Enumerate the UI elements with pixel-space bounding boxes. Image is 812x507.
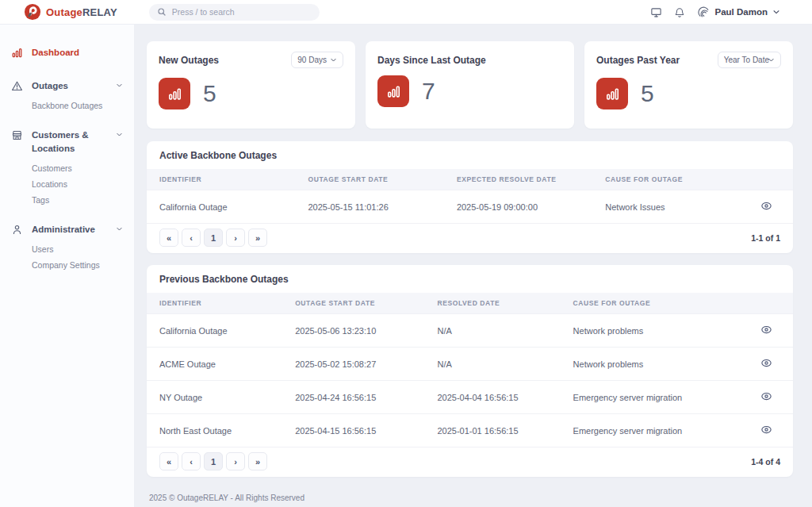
- pagination-next-button[interactable]: ›: [226, 229, 245, 247]
- previous-outages-card: Previous Backbone Outages Identifier Out…: [147, 265, 793, 477]
- column-header-resolved-date: Resolved Date: [424, 293, 560, 314]
- cell-identifier: NY Outage: [147, 381, 282, 414]
- stat-filter-dropdown[interactable]: 90 Days: [291, 52, 343, 68]
- bar-chart-icon: [377, 75, 409, 107]
- sidebar-item-label: Outages: [32, 79, 108, 94]
- cell-outage-start-date: 2025-04-24 16:56:15: [282, 381, 424, 414]
- warning-triangle-icon: [10, 80, 24, 92]
- view-outage-button[interactable]: [760, 424, 772, 436]
- eye-icon: [760, 200, 772, 212]
- pagination-first-button[interactable]: «: [159, 229, 178, 247]
- previous-outages-pagination: « ‹ 1 › » 1-4 of 4: [147, 447, 793, 477]
- sidebar-item-administrative[interactable]: Administrative: [6, 219, 126, 241]
- top-header: OutageRELAY Paul Damon: [0, 0, 812, 25]
- column-header-cause-for-outage: Cause for Outage: [561, 293, 748, 314]
- view-outage-button[interactable]: [760, 390, 772, 402]
- pagination-first-button[interactable]: «: [159, 452, 178, 471]
- sidebar: Dashboard Outages Backbone Outages Custo…: [0, 25, 135, 507]
- pagination-prev-button[interactable]: ‹: [182, 452, 201, 471]
- app-window: OutageRELAY Paul Damon: [0, 0, 812, 507]
- brand-logo-icon: [24, 3, 41, 21]
- table-row: ACME Outage 2025-05-02 15:08:27 N/A Netw…: [147, 348, 793, 381]
- eye-icon: [760, 324, 772, 336]
- table-row: NY Outage 2025-04-24 16:56:15 2025-04-04…: [147, 381, 793, 414]
- sidebar-item-backbone-outages[interactable]: Backbone Outages: [6, 98, 126, 113]
- cell-identifier: California Outage: [147, 190, 295, 224]
- pagination-prev-button[interactable]: ‹: [182, 229, 201, 247]
- stat-value: 5: [203, 80, 216, 107]
- previous-outages-title: Previous Backbone Outages: [147, 265, 793, 293]
- global-search[interactable]: [149, 4, 320, 21]
- column-header-identifier: Identifier: [147, 169, 295, 190]
- cell-resolved-date: N/A: [424, 348, 560, 381]
- eye-icon: [760, 424, 772, 436]
- brand-logo[interactable]: OutageRELAY: [24, 3, 117, 21]
- cell-identifier: ACME Outage: [147, 348, 282, 381]
- user-name: Paul Damon: [715, 7, 768, 17]
- sidebar-item-company-settings[interactable]: Company Settings: [6, 257, 126, 273]
- column-header-expected-resolve-date: Expected Resolve Date: [444, 169, 592, 190]
- cell-expected-resolve-date: 2025-05-19 09:00:00: [444, 190, 592, 224]
- pagination-range: 1-4 of 4: [751, 457, 780, 467]
- cell-cause-for-outage: Network problems: [561, 314, 748, 348]
- stat-value: 7: [422, 78, 435, 105]
- display-icon[interactable]: [650, 6, 662, 18]
- stat-filter-dropdown[interactable]: Year To Date: [718, 52, 781, 68]
- stat-filter-value: 90 Days: [297, 56, 327, 64]
- active-outages-card: Active Backbone Outages Identifier Outag…: [147, 141, 793, 253]
- cell-outage-start-date: 2025-05-02 15:08:27: [282, 348, 424, 381]
- brand-name-secondary: RELAY: [82, 6, 117, 18]
- view-outage-button[interactable]: [760, 200, 772, 212]
- pagination-next-button[interactable]: ›: [226, 452, 245, 471]
- stat-card-days-since-last-outage: Days Since Last Outage 7: [366, 41, 574, 129]
- column-header-outage-start-date: Outage Start Date: [282, 293, 424, 314]
- storefront-icon: [10, 129, 24, 141]
- active-outages-table: Identifier Outage Start Date Expected Re…: [147, 169, 793, 223]
- pagination-last-button[interactable]: »: [248, 229, 267, 247]
- chevron-down-icon: [116, 225, 123, 232]
- stat-cards-row: New Outages 90 Days 5: [147, 41, 793, 129]
- view-outage-button[interactable]: [760, 324, 772, 336]
- sidebar-item-customers[interactable]: Customers: [6, 160, 126, 176]
- cell-cause-for-outage: Network Issues: [592, 190, 748, 224]
- search-input[interactable]: [172, 7, 312, 17]
- copyright-text: 2025 © OutageRELAY - All Rights Reserved: [147, 489, 793, 502]
- pagination-page-button[interactable]: 1: [204, 452, 223, 471]
- brand-name: OutageRELAY: [46, 6, 117, 18]
- chevron-down-icon: [330, 56, 337, 63]
- bar-chart-icon: [596, 78, 628, 109]
- chevron-down-icon: [116, 82, 123, 89]
- cell-identifier: North East Outage: [147, 414, 282, 447]
- stat-value: 5: [641, 80, 654, 107]
- table-row: North East Outage 2025-04-15 16:56:15 20…: [147, 414, 793, 447]
- cell-outage-start-date: 2025-05-15 11:01:26: [295, 190, 443, 224]
- pagination-last-button[interactable]: »: [248, 452, 267, 471]
- active-outages-title: Active Backbone Outages: [147, 141, 793, 169]
- cell-resolved-date: 2025-04-04 16:56:15: [424, 381, 560, 414]
- view-outage-button[interactable]: [760, 357, 772, 369]
- column-header-identifier: Identifier: [147, 293, 282, 314]
- pagination-page-button[interactable]: 1: [204, 229, 223, 247]
- cell-outage-start-date: 2025-04-15 16:56:15: [282, 414, 424, 447]
- stat-title: New Outages: [159, 52, 219, 66]
- notifications-bell-icon[interactable]: [674, 6, 685, 18]
- sidebar-item-users[interactable]: Users: [6, 241, 126, 257]
- stat-card-outages-past-year: Outages Past Year Year To Date 5: [584, 41, 793, 129]
- stat-filter-value: Year To Date: [724, 56, 769, 64]
- table-row: California Outage 2025-05-15 11:01:26 20…: [147, 190, 793, 224]
- user-menu[interactable]: Paul Damon: [697, 6, 780, 19]
- sidebar-item-tags[interactable]: Tags: [6, 192, 126, 208]
- cell-outage-start-date: 2025-05-06 13:23:10: [282, 314, 424, 348]
- eye-icon: [760, 357, 772, 369]
- pagination-range: 1-1 of 1: [751, 233, 780, 243]
- sidebar-item-locations[interactable]: Locations: [6, 176, 126, 192]
- cell-cause-for-outage: Emergency server migration: [561, 381, 748, 414]
- sidebar-item-dashboard[interactable]: Dashboard: [6, 42, 126, 64]
- sidebar-item-customers-locations[interactable]: Customers & Locations: [6, 125, 126, 161]
- main-content: New Outages 90 Days 5: [135, 25, 812, 507]
- eye-icon: [760, 390, 772, 402]
- header-actions: Paul Damon: [650, 6, 812, 19]
- person-icon: [10, 224, 24, 236]
- sidebar-item-outages[interactable]: Outages: [6, 75, 126, 98]
- cell-resolved-date: 2025-01-01 16:56:15: [424, 414, 560, 447]
